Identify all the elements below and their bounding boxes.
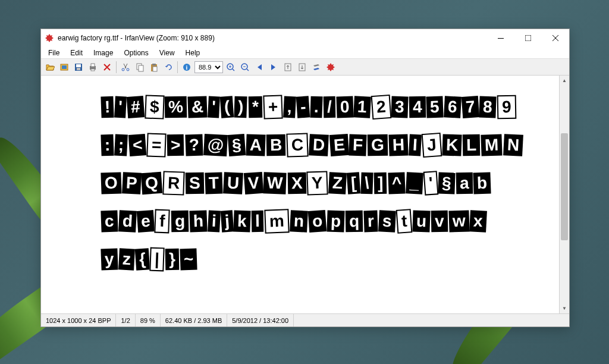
status-zoom: 89 % xyxy=(136,314,161,327)
glyph: c xyxy=(101,211,118,233)
glyph: t xyxy=(395,209,412,234)
window-controls xyxy=(487,29,569,47)
statusbar: 1024 x 1000 x 24 BPP 1/2 89 % 62.40 KB /… xyxy=(41,313,569,327)
glyph: , xyxy=(283,96,296,118)
maximize-button[interactable] xyxy=(514,29,542,47)
svg-rect-3 xyxy=(62,65,67,69)
glyph: h xyxy=(189,211,207,233)
info-button[interactable]: i xyxy=(180,61,193,74)
glyph: N xyxy=(503,134,523,156)
glyph: = xyxy=(146,133,167,157)
glyph: a xyxy=(456,172,472,194)
svg-rect-5 xyxy=(76,64,81,67)
prev-page-button[interactable] xyxy=(281,61,294,74)
glyph: B xyxy=(266,134,286,156)
glyph: w xyxy=(448,210,469,232)
scroll-down-arrow[interactable]: ▼ xyxy=(560,303,569,313)
glyph: ' xyxy=(114,96,127,118)
glyph: M xyxy=(481,134,503,156)
glyph: L xyxy=(463,134,481,156)
glyph: $ xyxy=(145,95,164,119)
settings-button[interactable] xyxy=(310,61,323,74)
delete-button[interactable] xyxy=(101,61,114,74)
zoom-out-button[interactable] xyxy=(238,61,252,74)
glyph: A xyxy=(246,134,265,156)
glyph: % xyxy=(165,96,187,118)
glyph: : xyxy=(101,134,114,156)
open-button[interactable] xyxy=(43,61,56,74)
next-image-button[interactable] xyxy=(267,61,280,74)
svg-rect-16 xyxy=(153,67,157,71)
minimize-button[interactable] xyxy=(487,29,514,47)
glyph: R xyxy=(163,171,186,195)
glyph: V xyxy=(243,172,263,194)
glyph: K xyxy=(442,134,462,156)
glyph: D xyxy=(309,134,329,156)
glyph: 1 xyxy=(353,96,371,118)
irfanview-icon[interactable] xyxy=(324,61,337,74)
status-dimensions: 1024 x 1000 x 24 BPP xyxy=(41,314,116,327)
menu-file[interactable]: File xyxy=(43,48,64,58)
paste-button[interactable] xyxy=(147,61,161,74)
glyph: § xyxy=(438,172,456,194)
menu-options[interactable]: Options xyxy=(119,48,153,58)
image-canvas[interactable]: !'#$%&'()*+,-./0123456789:;<=>?@§ABCDEFG… xyxy=(41,76,559,313)
print-button[interactable] xyxy=(86,61,99,74)
zoom-in-button[interactable] xyxy=(224,61,237,74)
scroll-up-arrow[interactable]: ▲ xyxy=(560,76,569,86)
glyph: ? xyxy=(185,134,203,156)
glyph: & xyxy=(187,96,207,118)
glyph: | xyxy=(150,247,165,272)
glyph: z xyxy=(118,248,135,270)
zoom-select[interactable]: 88.9 xyxy=(194,61,223,73)
scroll-track[interactable] xyxy=(560,86,569,303)
glyph: b xyxy=(473,172,491,194)
scroll-thumb[interactable] xyxy=(561,133,568,240)
menu-edit[interactable]: Edit xyxy=(65,48,87,58)
glyph: S xyxy=(186,172,204,194)
app-window: earwig factory rg.ttf - IrfanView (Zoom:… xyxy=(40,29,570,327)
glyph: * xyxy=(248,96,262,118)
glyph: } xyxy=(165,249,180,270)
next-page-button[interactable] xyxy=(296,61,309,74)
glyph: ~ xyxy=(180,249,198,271)
glyph: J xyxy=(422,133,442,158)
glyph: 4 xyxy=(409,96,426,118)
undo-button[interactable] xyxy=(162,61,175,74)
glyph: P xyxy=(122,172,142,194)
status-size: 62.40 KB / 2.93 MB xyxy=(161,314,227,327)
svg-rect-9 xyxy=(91,69,95,71)
menu-help[interactable]: Help xyxy=(181,48,205,58)
svg-point-10 xyxy=(122,68,124,71)
vertical-scrollbar[interactable]: ▲ ▼ xyxy=(559,76,569,313)
slideshow-button[interactable] xyxy=(58,61,71,74)
prev-image-button[interactable] xyxy=(253,61,266,74)
menu-view[interactable]: View xyxy=(155,48,180,58)
glyph: ; xyxy=(114,134,128,156)
cut-button[interactable] xyxy=(119,61,132,74)
glyph: 5 xyxy=(426,96,444,118)
copy-button[interactable] xyxy=(133,61,146,74)
glyph: Y xyxy=(307,171,328,195)
save-button[interactable] xyxy=(72,61,85,74)
glyph: _ xyxy=(406,172,423,194)
glyph: ' xyxy=(423,171,438,195)
glyph: U xyxy=(223,172,243,194)
svg-text:i: i xyxy=(186,64,188,71)
menubar: File Edit Image Options View Help xyxy=(41,47,569,59)
svg-rect-8 xyxy=(91,64,95,67)
toolbar-separator xyxy=(116,61,117,73)
glyph: O xyxy=(101,172,121,194)
glyph: ' xyxy=(208,96,220,118)
glyph: ) xyxy=(234,96,248,118)
glyph: ] xyxy=(374,172,387,194)
close-button[interactable] xyxy=(542,29,569,47)
titlebar[interactable]: earwig factory rg.ttf - IrfanView (Zoom:… xyxy=(41,29,569,47)
menu-image[interactable]: Image xyxy=(89,48,118,58)
glyph: q xyxy=(346,211,363,233)
glyph: Z xyxy=(328,172,347,194)
glyph: E xyxy=(329,134,349,156)
glyph: ( xyxy=(220,96,234,118)
glyph: - xyxy=(296,96,310,118)
glyph: + xyxy=(263,95,283,119)
